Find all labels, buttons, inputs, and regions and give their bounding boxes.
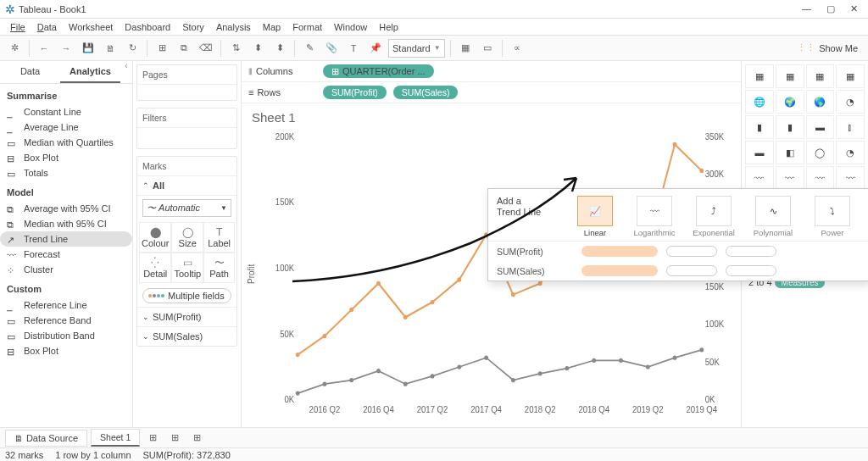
data-source-tab[interactable]: 🗎 Data Source	[5, 430, 87, 447]
showme-viz-8[interactable]: ▮	[745, 115, 774, 139]
forecast[interactable]: 〰Forecast	[0, 247, 132, 262]
showme-viz-6[interactable]: 🌎	[806, 90, 835, 114]
present-icon[interactable]: ▭	[478, 39, 497, 58]
menu-dashboard[interactable]: Dashboard	[120, 20, 175, 34]
menu-format[interactable]: Format	[287, 20, 327, 34]
showme-viz-7[interactable]: ◔	[836, 90, 865, 114]
marks-type-dropdown[interactable]: 〜 Automatic▼	[142, 199, 231, 217]
rows-pill-profit[interactable]: SUM(Profit)	[323, 86, 387, 99]
marks-all[interactable]: ⌃All	[137, 176, 236, 196]
distribution-band[interactable]: ▭Distribution Band	[0, 328, 132, 343]
columns-pill[interactable]: ⊞ QUARTER(Order ...	[323, 64, 434, 78]
popup-row-profit[interactable]: SUM(Profit)	[488, 242, 868, 261]
trend-linear[interactable]: 📈Linear	[568, 196, 622, 237]
group-icon[interactable]: 📎	[322, 39, 341, 58]
showme-viz-0[interactable]: ▦	[745, 64, 774, 88]
label-icon[interactable]: T	[344, 39, 363, 58]
median-95ci[interactable]: ⧉Median with 95% CI	[0, 216, 132, 231]
showme-viz-2[interactable]: ▦	[806, 64, 835, 88]
showme-viz-18[interactable]: 〰	[806, 166, 835, 190]
avg-95ci[interactable]: ⧉Average with 95% CI	[0, 201, 132, 216]
chart-area[interactable]: Profit 0K50K100K150K200K 0K50K100K150K20…	[242, 131, 741, 439]
new-dashboard-icon[interactable]: ⊞	[165, 429, 184, 447]
swap-icon[interactable]: ⇅	[226, 39, 245, 58]
show-me-toggle[interactable]: ⋮⋮Show Me	[792, 42, 863, 53]
showme-viz-13[interactable]: ◧	[776, 141, 804, 164]
columns-shelf[interactable]: ⫴Columns ⊞ QUARTER(Order ...	[242, 61, 741, 82]
new-sheet-icon[interactable]: ⊞	[143, 429, 162, 447]
menu-analysis[interactable]: Analysis	[211, 20, 256, 34]
trend-poly[interactable]: ∿Polynomial	[746, 196, 800, 237]
mark-path[interactable]: 〜Path	[203, 253, 235, 283]
forward-icon[interactable]: →	[57, 39, 75, 58]
menu-window[interactable]: Window	[329, 20, 372, 34]
cluster[interactable]: ⁘Cluster	[0, 262, 132, 277]
tableau-icon[interactable]: ✲	[5, 39, 24, 58]
mark-colour[interactable]: ⬤Colour	[139, 222, 171, 253]
mark-label[interactable]: TLabel	[203, 222, 235, 253]
reference-line[interactable]: ⎯Reference Line	[0, 297, 132, 313]
rows-shelf[interactable]: ≡Rows SUM(Profit) SUM(Sales)	[242, 82, 741, 103]
highlight-icon[interactable]: ✎	[300, 39, 319, 58]
showme-viz-11[interactable]: ⫿	[836, 115, 865, 139]
sort-asc-icon[interactable]: ⬍	[248, 39, 267, 58]
tab-data[interactable]: Data	[0, 61, 60, 83]
box-plot-custom[interactable]: ⊟Box Plot	[0, 343, 132, 358]
showme-viz-3[interactable]: ▦	[836, 64, 865, 88]
refresh-icon[interactable]: ↻	[123, 39, 142, 58]
menu-worksheet[interactable]: Worksheet	[64, 20, 118, 34]
showme-viz-4[interactable]: 🌐	[745, 90, 774, 114]
sheet-title[interactable]: Sheet 1	[242, 103, 741, 131]
clear-icon[interactable]: ⌫	[197, 39, 215, 58]
box-plot[interactable]: ⊟Box Plot	[0, 150, 132, 165]
new-ws-icon[interactable]: ⊞	[153, 39, 171, 58]
showme-viz-19[interactable]: 〰	[836, 166, 865, 190]
menu-map[interactable]: Map	[258, 20, 286, 34]
sheet1-tab[interactable]: Sheet 1	[91, 429, 140, 447]
mark-tooltip[interactable]: ▭Tooltip	[171, 253, 203, 283]
constant-line[interactable]: ⎯Constant Line	[0, 104, 132, 119]
totals[interactable]: ▭Totals	[0, 165, 132, 181]
rows-pill-sales[interactable]: SUM(Sales)	[393, 86, 459, 99]
maximize-icon[interactable]: ▢	[826, 3, 835, 14]
back-icon[interactable]: ←	[35, 39, 53, 58]
series-sales[interactable]: ⌄SUM(Sales)	[137, 326, 236, 346]
trend-log[interactable]: 〰Logarithmic	[627, 196, 682, 237]
showme-viz-17[interactable]: 〰	[776, 166, 804, 190]
average-line[interactable]: ⎯Average Line	[0, 119, 132, 135]
fit-dropdown[interactable]: Standard▼	[388, 39, 445, 58]
new-data-icon[interactable]: 🗎	[101, 39, 120, 58]
showme-viz-14[interactable]: ◯	[806, 141, 835, 164]
popup-row-sales[interactable]: SUM(Sales)	[488, 261, 868, 280]
reference-band[interactable]: ▭Reference Band	[0, 313, 132, 328]
menu-story[interactable]: Story	[177, 20, 209, 34]
showme-viz-10[interactable]: ▬	[806, 115, 835, 139]
tab-analytics[interactable]: Analytics	[60, 61, 120, 83]
trend-line[interactable]: ↗Trend Line	[0, 231, 132, 247]
close-icon[interactable]: ✕	[850, 3, 858, 14]
collapse-icon[interactable]: ‹	[120, 61, 132, 83]
share-icon[interactable]: ∝	[508, 39, 526, 58]
median-quartiles[interactable]: ▭Median with Quartiles	[0, 135, 132, 150]
menu-file[interactable]: File	[5, 20, 31, 34]
mark-detail[interactable]: ⁛Detail	[139, 253, 171, 283]
showme-viz-1[interactable]: ▦	[776, 64, 804, 88]
menu-data[interactable]: Data	[32, 20, 62, 34]
showme-viz-15[interactable]: ◔	[836, 141, 865, 164]
trend-power[interactable]: ⤵Power	[805, 196, 860, 237]
menu-help[interactable]: Help	[374, 20, 403, 34]
showme-viz-16[interactable]: 〰	[745, 166, 774, 190]
dup-icon[interactable]: ⧉	[175, 39, 193, 58]
new-story-icon[interactable]: ⊞	[187, 429, 206, 447]
show-cards-icon[interactable]: ▦	[456, 39, 475, 58]
showme-viz-12[interactable]: ▬	[745, 141, 774, 164]
save-icon[interactable]: 💾	[79, 39, 97, 58]
trend-exp[interactable]: ⤴Exponential	[687, 196, 741, 237]
showme-viz-9[interactable]: ▮	[776, 115, 804, 139]
multiple-fields-pill[interactable]: Multiple fields	[142, 288, 231, 303]
minimize-icon[interactable]: —	[802, 3, 811, 14]
mark-size[interactable]: ◯Size	[171, 222, 203, 253]
showme-viz-5[interactable]: 🌍	[776, 90, 804, 114]
pin-icon[interactable]: 📌	[366, 39, 385, 58]
sort-desc-icon[interactable]: ⬍	[270, 39, 289, 58]
